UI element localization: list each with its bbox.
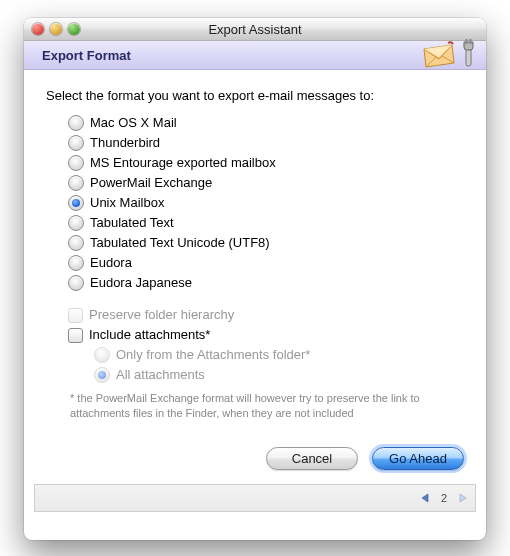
export-assistant-window: Export Assistant Export Format (24, 18, 486, 540)
checkbox-icon (68, 308, 83, 323)
envelope-icon (422, 39, 456, 69)
cancel-button[interactable]: Cancel (266, 447, 358, 470)
radio-icon (94, 347, 110, 363)
zoom-icon[interactable] (68, 23, 80, 35)
minimize-icon[interactable] (50, 23, 62, 35)
svg-rect-2 (466, 39, 468, 44)
format-option[interactable]: Eudora Japanese (68, 273, 464, 293)
format-label: Thunderbird (90, 133, 160, 153)
option-label: Preserve folder hierarchy (89, 305, 234, 325)
format-label: Tabulated Text Unicode (UTF8) (90, 233, 270, 253)
format-option[interactable]: Thunderbird (68, 133, 464, 153)
radio-icon (68, 275, 84, 291)
format-option[interactable]: Eudora (68, 253, 464, 273)
format-label: Tabulated Text (90, 213, 174, 233)
radio-icon (68, 195, 84, 211)
button-row: Cancel Go Ahead (24, 431, 486, 478)
format-option[interactable]: Mac OS X Mail (68, 113, 464, 133)
option-label: Include attachments* (89, 325, 210, 345)
option-label: Only from the Attachments folder* (116, 345, 310, 365)
format-label: MS Entourage exported mailbox (90, 153, 276, 173)
window-title: Export Assistant (24, 22, 486, 37)
section-title: Export Format (42, 48, 131, 63)
section-header: Export Format (24, 41, 486, 70)
format-label: Eudora Japanese (90, 273, 192, 293)
tools-icon (458, 38, 480, 70)
format-label: Unix Mailbox (90, 193, 164, 213)
radio-icon (68, 175, 84, 191)
format-option[interactable]: Tabulated Text (68, 213, 464, 233)
radio-icon (68, 115, 84, 131)
all-attachments-option: All attachments (94, 365, 464, 385)
prompt-text: Select the format you want to export e-m… (46, 88, 464, 103)
radio-icon (68, 135, 84, 151)
format-label: Mac OS X Mail (90, 113, 177, 133)
svg-marker-4 (422, 494, 428, 502)
format-radio-group: Mac OS X Mail Thunderbird MS Entourage e… (68, 113, 464, 293)
radio-icon (68, 155, 84, 171)
close-icon[interactable] (32, 23, 44, 35)
titlebar: Export Assistant (24, 18, 486, 41)
only-from-folder-option: Only from the Attachments folder* (94, 345, 464, 365)
pager-next-button[interactable] (453, 489, 471, 507)
radio-icon (94, 367, 110, 383)
button-label: Go Ahead (389, 451, 447, 466)
include-attachments-option[interactable]: Include attachments* (68, 325, 464, 345)
preserve-hierarchy-option: Preserve folder hierarchy (68, 305, 464, 325)
radio-icon (68, 215, 84, 231)
pager-prev-button[interactable] (417, 489, 435, 507)
format-option[interactable]: PowerMail Exchange (68, 173, 464, 193)
radio-icon (68, 255, 84, 271)
pager-page-display: 2 (435, 489, 453, 507)
button-label: Cancel (292, 451, 332, 466)
window-controls (24, 23, 80, 35)
radio-icon (68, 235, 84, 251)
pager-panel: 2 (34, 484, 476, 512)
option-label: All attachments (116, 365, 205, 385)
format-option[interactable]: Tabulated Text Unicode (UTF8) (68, 233, 464, 253)
footnote-text: * the PowerMail Exchange format will how… (70, 391, 464, 421)
svg-marker-5 (460, 494, 466, 502)
format-label: PowerMail Exchange (90, 173, 212, 193)
go-ahead-button[interactable]: Go Ahead (372, 447, 464, 470)
content-area: Select the format you want to export e-m… (24, 70, 486, 431)
format-label: Eudora (90, 253, 132, 273)
svg-rect-3 (470, 39, 472, 44)
checkbox-icon (68, 328, 83, 343)
format-option[interactable]: Unix Mailbox (68, 193, 464, 213)
format-option[interactable]: MS Entourage exported mailbox (68, 153, 464, 173)
